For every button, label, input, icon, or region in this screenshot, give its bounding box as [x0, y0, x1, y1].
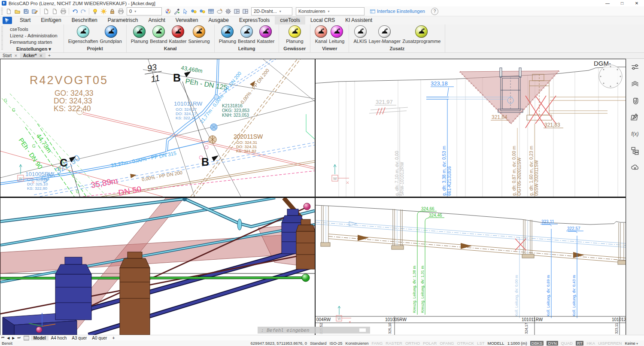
save[interactable] — [21, 7, 30, 15]
status-toggle-modell[interactable]: MODELL — [488, 341, 504, 346]
named-view-icon[interactable] — [241, 7, 249, 15]
open-drawing[interactable] — [13, 7, 21, 15]
view-compass[interactable] — [599, 65, 622, 88]
layout-tab-a0-quer[interactable]: A0 quer — [89, 336, 109, 340]
ribbon-button-zusatz-alkis[interactable]: ALKIS — [353, 25, 367, 44]
status-toggle-quad[interactable]: QUAD — [561, 341, 573, 346]
minimize-button[interactable]: — — [600, 0, 615, 6]
status-toggle-ofang[interactable]: OFANG — [440, 341, 454, 346]
close-icon[interactable]: ✕ — [39, 54, 43, 58]
status-toggle-otrack[interactable]: OTRACK — [457, 341, 474, 346]
draw-order-icon[interactable] — [215, 7, 224, 15]
status-toggle-lst[interactable]: LST — [477, 341, 484, 346]
layers-icon[interactable] — [630, 79, 641, 89]
ribbon-button-kanal-planung[interactable]: Planung — [131, 25, 148, 44]
ribbon-button-kanal-sanierung[interactable]: Sanierung — [188, 25, 210, 44]
cloud-upload-icon[interactable] — [630, 163, 641, 173]
status-toggle-hka[interactable]: HKA — [586, 341, 595, 346]
close-icon[interactable]: ✕ — [14, 54, 18, 58]
interface-settings-button[interactable]: Interface Einstellungen — [370, 9, 425, 14]
layout-tab-model[interactable]: Model — [31, 336, 49, 340]
ribbon-tab-ansicht[interactable]: Ansicht — [143, 16, 170, 24]
close-button[interactable]: ✕ — [629, 0, 644, 6]
document-tab-acker-[interactable]: Acker*✕ — [21, 53, 46, 58]
ribbon-button-projekt-eigenschaften[interactable]: Eigenschaften — [68, 25, 98, 44]
attachments-clip-icon[interactable] — [630, 96, 641, 106]
ribbon-button-leitung-planung[interactable]: Planung — [219, 25, 236, 44]
structure-table-icon[interactable] — [207, 7, 215, 15]
toolbar-grip[interactable] — [1, 8, 3, 15]
bricscad-logo-button[interactable] — [3, 17, 12, 24]
viewport-section[interactable]: 323,18 321,97 321,84 321,83 g, dh: 7,10 … — [316, 59, 626, 197]
ribbon-button-viewer-kanal[interactable]: Kanal — [315, 25, 327, 44]
status-toggle-fang[interactable]: FANG — [371, 341, 383, 346]
fields-fx-icon[interactable]: f(x) — [630, 129, 641, 140]
ribbon-tab-beschriften[interactable]: Beschriften — [67, 16, 103, 24]
ribbon-button-viewer-leitung[interactable]: Leitung — [329, 25, 344, 44]
status-dimstyle[interactable]: ISO-25 — [329, 341, 342, 346]
materials-icon[interactable] — [630, 112, 641, 123]
undo[interactable] — [70, 7, 79, 15]
new-document-tab-button[interactable]: + — [46, 53, 53, 58]
viewport-3d[interactable] — [0, 197, 315, 335]
ribbon-button-zusatz-layer-manager[interactable]: Layer-Manager — [369, 25, 401, 44]
settings-item-fernwartung-starten[interactable]: Fernwartung starten — [10, 39, 58, 46]
print-preview[interactable] — [50, 7, 59, 15]
status-toggle-1-1000-m-[interactable]: 1:1000 (m) — [507, 341, 527, 346]
command-line[interactable]: : Befehl eingeben — [258, 327, 370, 334]
ribbon-tab-ausgabe[interactable]: Ausgabe — [204, 16, 234, 24]
new-drawing[interactable] — [4, 7, 13, 15]
layer-print-icon[interactable] — [116, 7, 125, 15]
visual-style-combo[interactable]: 2D-Draht... ▾ — [251, 7, 292, 15]
last-layout-icon[interactable]: ⏭ — [16, 336, 22, 340]
settings-gear-icon[interactable] — [224, 7, 232, 15]
layer-combo[interactable]: 0 ▾ — [127, 7, 162, 15]
match-eyedropper-icon[interactable] — [172, 7, 181, 15]
ribbon-tab-start[interactable]: Start — [15, 16, 36, 24]
settings-item-lizenz-administration[interactable]: Lizenz - Administration — [10, 33, 58, 39]
ribbon-button-kanal-bestand[interactable]: Bestand — [150, 25, 167, 44]
ribbon-tab-verwalten[interactable]: Verwalten — [170, 16, 204, 24]
properties-filter-icon[interactable] — [630, 62, 641, 73]
prev-layout-icon[interactable]: ◀ — [6, 336, 11, 340]
select-cursor-icon[interactable] — [181, 7, 189, 15]
settings-item-csetools[interactable]: cseTools — [10, 26, 58, 33]
ribbon-tab-expresstools[interactable]: ExpressTools — [234, 16, 275, 24]
next-layout-icon[interactable]: ▶ — [11, 336, 16, 340]
maximize-button[interactable]: □ — [615, 0, 629, 6]
help-button[interactable]: ? — [431, 8, 438, 15]
status-toggle-ortho[interactable]: ORTHO — [405, 341, 420, 346]
status-coordinates[interactable]: 629947.5823, 5711953.8676, 0 — [251, 341, 307, 346]
status-toggle-dbks[interactable]: DBKS — [530, 341, 544, 346]
status-toggle-raster[interactable]: RASTER — [386, 341, 402, 346]
layout-tab-a4-hoch[interactable]: A4 hoch — [49, 336, 70, 340]
ribbon-tab-local-crs[interactable]: Local CRS — [305, 16, 340, 24]
ribbon-tab-csetools[interactable]: cseTools — [275, 16, 305, 24]
structure-icon[interactable] — [630, 146, 641, 156]
ribbon-button-kanal-kataster[interactable]: Kataster — [169, 25, 187, 44]
ribbon-button-leitung-kataster[interactable]: Kataster — [257, 25, 274, 44]
ribbon-tab-einfügen[interactable]: Einfügen — [36, 16, 66, 24]
hide-objects-icon[interactable] — [198, 7, 207, 15]
ribbon-button-leitung-bestand[interactable]: Bestand — [238, 25, 255, 44]
ribbon-grip[interactable] — [1, 26, 3, 50]
ribbon-button-zusatz-zusatzprogramme[interactable]: Zusatzprogramme — [402, 25, 440, 44]
status-toggle-uisperren[interactable]: UISPERREN — [598, 341, 622, 346]
layout-tab-a3-quer[interactable]: A3 quer — [69, 336, 89, 340]
layer-lock-icon[interactable] — [108, 7, 116, 15]
ribbon-button-gewässer-planung[interactable]: Planung — [286, 25, 303, 44]
layout-list-icon[interactable] — [24, 336, 29, 340]
redo[interactable] — [79, 7, 88, 15]
layout-tab--[interactable]: + — [109, 336, 117, 340]
ribbon-group-label[interactable]: Einstellungen ▾ — [10, 46, 58, 53]
color-wheel-icon[interactable] — [164, 7, 172, 15]
status-workspace[interactable]: Konstruieren — [346, 341, 369, 346]
isolate-objects-icon[interactable] — [189, 7, 198, 15]
viewport-plan[interactable]: R42VOGT05 GO: 324,33 DO: 324,33 KS: 322,… — [0, 59, 315, 197]
brightness-icon[interactable] — [99, 7, 108, 15]
status-toggle-polar[interactable]: POLAR — [423, 341, 437, 346]
save-as[interactable] — [30, 7, 39, 15]
ribbon-tab-parametrisch[interactable]: Parametrisch — [103, 16, 143, 24]
viewport-profile[interactable]: 324,66 324,46 Kreuzg. Leitung, dv: 1,38 … — [316, 197, 626, 335]
first-layout-icon[interactable]: ⏮ — [0, 336, 6, 340]
